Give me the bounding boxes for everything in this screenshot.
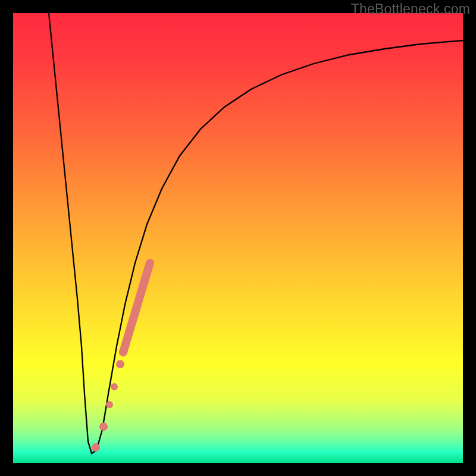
data-marker xyxy=(106,401,113,408)
chart-frame: TheBottleneck.com xyxy=(0,0,476,476)
data-markers xyxy=(92,360,124,452)
watermark-text: TheBottleneck.com xyxy=(351,1,470,17)
data-marker xyxy=(116,360,124,368)
highlight-segment xyxy=(123,263,150,352)
plot-area xyxy=(13,13,463,463)
data-marker xyxy=(92,443,100,452)
data-marker xyxy=(111,383,118,390)
data-marker xyxy=(99,422,108,431)
chart-svg xyxy=(13,13,463,463)
